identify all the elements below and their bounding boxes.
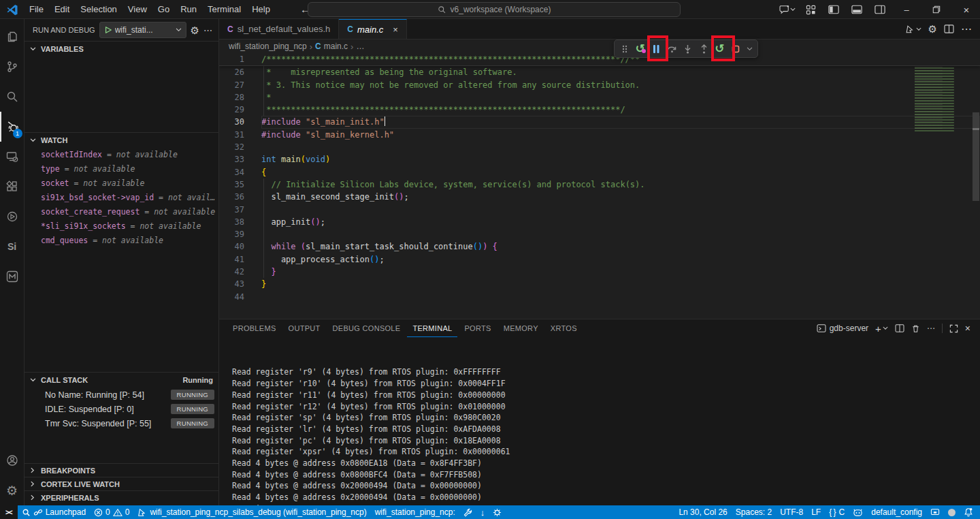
menu-item-view[interactable]: View	[122, 2, 152, 17]
copilot-status-button[interactable]	[849, 505, 867, 519]
editor-more-icon[interactable]: ⋯	[961, 22, 972, 35]
cursor-position-button[interactable]: Ln 30, Col 26	[674, 505, 731, 519]
panel-tab-xrtos[interactable]: XRTOS	[545, 319, 583, 337]
variables-header[interactable]: VARIABLES	[24, 42, 218, 57]
minimap[interactable]	[915, 57, 961, 131]
breadcrumb[interactable]: wifi_station_ping_ncp › C main.c › …	[219, 40, 980, 53]
toggle-secondary-sidebar-button[interactable]	[870, 1, 890, 18]
step-out-button[interactable]	[698, 42, 710, 56]
silicon-labs-icon[interactable]: Si	[0, 232, 24, 262]
run-and-debug-icon[interactable]: 1	[0, 112, 24, 142]
code-line[interactable]: 35 // Initialize Silicon Labs device, sy…	[219, 178, 980, 191]
code-line[interactable]: 42 }	[219, 266, 980, 278]
panel-tab-problems[interactable]: PROBLEMS	[227, 319, 282, 337]
debug-session-button[interactable]: wifi_station_ping_ncp_silabs_debug (wifi…	[133, 505, 370, 519]
m-extension-icon[interactable]	[0, 262, 24, 292]
section-cortex-live-watch[interactable]: CORTEX LIVE WATCH	[24, 477, 218, 490]
notifications-bell-button[interactable]	[960, 505, 980, 519]
call-stack-thread[interactable]: No Name: Running [P: 54]RUNNING	[24, 388, 218, 402]
watch-item[interactable]: type = not available	[24, 162, 218, 176]
close-tab-icon[interactable]: ×	[393, 25, 398, 35]
editor-scrollbar[interactable]	[972, 53, 980, 319]
start-debug-icon[interactable]	[104, 26, 112, 34]
run-circle-icon[interactable]	[0, 202, 24, 232]
language-mode-button[interactable]: { }C	[825, 505, 849, 519]
breadcrumb-symbol[interactable]: …	[356, 42, 364, 51]
indentation-button[interactable]: Spaces: 2	[732, 505, 776, 519]
code-line[interactable]: 29 *************************************…	[219, 104, 980, 116]
split-editor-icon[interactable]	[944, 25, 954, 33]
command-center[interactable]: v6_workspace (Workspace)	[308, 2, 681, 17]
customize-layout-button[interactable]	[800, 1, 821, 18]
accounts-icon[interactable]	[0, 445, 24, 475]
step-into-button[interactable]	[682, 42, 693, 56]
toolbar-grip[interactable]	[619, 42, 630, 56]
watch-item[interactable]: socketIdIndex = not available	[24, 148, 218, 162]
scrollbar-thumb[interactable]	[973, 112, 979, 201]
panel-tab-memory[interactable]: MEMORY	[498, 319, 544, 337]
remote-indicator[interactable]: ><	[0, 505, 18, 519]
encoding-button[interactable]: UTF-8	[776, 505, 807, 519]
debug-settings-gear-icon[interactable]: ⚙	[191, 25, 199, 35]
active-config-button[interactable]: default_config	[867, 505, 926, 519]
settings-gear-icon[interactable]: ⚙	[0, 475, 24, 505]
search-icon[interactable]	[0, 82, 24, 112]
section-breakpoints[interactable]: BREAKPOINTS	[24, 463, 218, 477]
eol-button[interactable]: LF	[807, 505, 825, 519]
maximize-panel-icon[interactable]	[949, 324, 958, 333]
reset-device-button[interactable]: ↺	[634, 42, 646, 56]
panel-tab-output[interactable]: OUTPUT	[283, 319, 326, 337]
breadcrumb-file[interactable]: main.c	[324, 42, 348, 51]
sticky-scroll-line[interactable]: 1/**************************************…	[219, 53, 980, 66]
tab-sl-net-default-values[interactable]: C sl_net_default_values.h	[219, 19, 339, 39]
code-line[interactable]: 40 while (sl_main_start_task_should_cont…	[219, 240, 980, 253]
ports-forward-button[interactable]	[926, 505, 944, 519]
code-line[interactable]: 44	[219, 291, 980, 303]
kill-terminal-icon[interactable]	[911, 324, 920, 333]
run-or-debug-button[interactable]	[904, 25, 921, 34]
panel-tab-debug-console[interactable]: DEBUG CONSOLE	[327, 319, 406, 337]
code-line[interactable]: 32	[219, 141, 980, 153]
menu-item-run[interactable]: Run	[175, 2, 202, 17]
debug-config-gear-button[interactable]	[489, 505, 506, 519]
minimize-button[interactable]: –	[893, 0, 920, 19]
toolbar-more-button[interactable]	[746, 42, 754, 56]
restore-button[interactable]	[923, 0, 950, 19]
launch-config-select[interactable]: wifi_stati...	[99, 22, 186, 38]
code-line[interactable]: 33int main(void)	[219, 153, 980, 166]
panel-tab-terminal[interactable]: TERMINAL	[407, 319, 457, 337]
extensions-icon[interactable]	[0, 172, 24, 202]
new-terminal-button[interactable]: +	[875, 323, 888, 334]
code-line[interactable]: 34{	[219, 166, 980, 178]
toggle-sidebar-button[interactable]	[823, 1, 844, 18]
watch-item[interactable]: *sli_si91x_sockets = not available	[24, 219, 218, 234]
copilot-chat-button[interactable]	[777, 1, 798, 18]
call-stack-header[interactable]: CALL STACK Running	[24, 373, 218, 388]
split-terminal-icon[interactable]	[895, 324, 904, 332]
watch-header[interactable]: WATCH	[24, 133, 218, 148]
panel-more-icon[interactable]: ⋯	[927, 324, 935, 333]
build-wrench-button[interactable]	[459, 505, 476, 519]
code-line[interactable]: 26 * misrepresented as being the origina…	[219, 66, 980, 78]
call-stack-thread[interactable]: Tmr Svc: Suspended [P: 55]RUNNING	[24, 416, 218, 430]
debug-views-more-icon[interactable]: ⋯	[203, 25, 213, 35]
flash-download-button[interactable]: ↓	[476, 505, 489, 519]
code-line[interactable]: 28 *	[219, 91, 980, 104]
code-line[interactable]: 38 app_init();	[219, 216, 980, 228]
watch-item[interactable]: si91x_bsd_socket->vap_id = not avail…	[24, 191, 218, 205]
breadcrumb-folder[interactable]: wifi_station_ping_ncp	[229, 42, 307, 51]
remote-explorer-icon[interactable]	[0, 142, 24, 172]
code-line[interactable]: 31#include "sl_main_kernel.h"	[219, 129, 980, 141]
watch-item[interactable]: cmd_queues = not available	[24, 234, 218, 248]
code-line[interactable]: 1/**************************************…	[219, 53, 980, 65]
watch-item[interactable]: socket_create_request = not available	[24, 205, 218, 219]
toggle-panel-button[interactable]	[847, 1, 867, 18]
problems-button[interactable]: 0 0	[90, 505, 133, 519]
code-line[interactable]: 37	[219, 204, 980, 216]
code-line[interactable]: 30#include "sl_main_init.h"	[219, 116, 980, 128]
explorer-icon[interactable]	[0, 22, 24, 52]
close-window-button[interactable]: ×	[953, 0, 980, 19]
recording-status-dot[interactable]	[944, 505, 960, 519]
editor-gear-icon[interactable]: ⚙	[928, 24, 937, 34]
menu-item-selection[interactable]: Selection	[75, 2, 122, 17]
